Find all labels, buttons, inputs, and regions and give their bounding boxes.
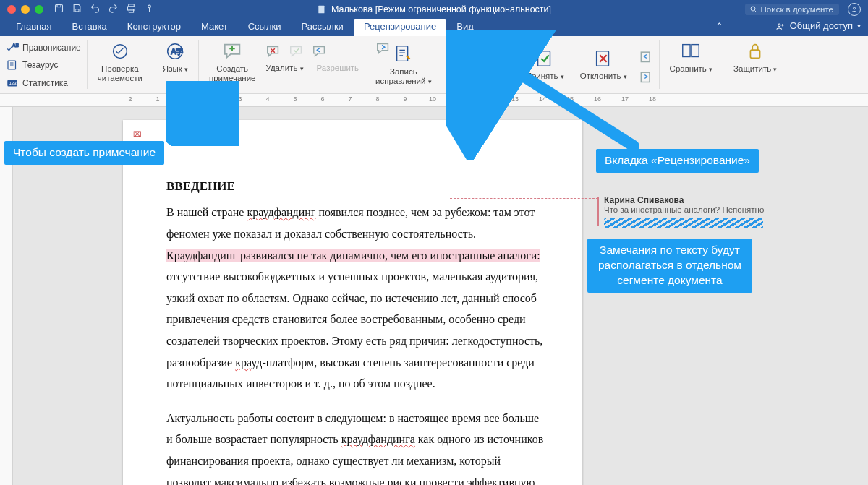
- thesaurus-button[interactable]: Тезаурус: [6, 58, 58, 72]
- svg-text:123: 123: [9, 81, 17, 85]
- save-icon[interactable]: [54, 3, 64, 16]
- share-label: Общий доступ: [790, 20, 853, 31]
- statistics-button[interactable]: 123 Статистика: [6, 76, 68, 90]
- svg-rect-5: [129, 9, 133, 12]
- comment-card[interactable]: Карина Спивакова Что за иностранные анал…: [597, 195, 854, 228]
- window-controls: [0, 5, 43, 14]
- tab-view[interactable]: Вид: [446, 19, 484, 36]
- reject-button[interactable]: Отклонить ▾: [576, 46, 631, 82]
- tab-mailings[interactable]: Рассылки: [292, 19, 354, 36]
- protect-group: Защитить ▾: [723, 36, 787, 93]
- svg-point-9: [854, 7, 856, 9]
- user-account-icon[interactable]: [848, 3, 861, 16]
- svg-rect-19: [469, 51, 485, 65]
- comments-group: Создатьпримечание Удалить ▾ Разрешить: [199, 36, 365, 93]
- ruler-tick: 8: [375, 95, 379, 103]
- svg-text:A字: A字: [171, 48, 184, 56]
- tab-review[interactable]: Рецензирование: [354, 19, 446, 36]
- annotation-review-tab: Вкладка «Рецензирование»: [596, 149, 759, 173]
- ruler-tick: 6: [320, 95, 324, 103]
- delete-comment-button[interactable]: [265, 43, 281, 59]
- new-comment-button[interactable]: Создатьпримечание: [205, 39, 260, 85]
- ruler-tick: 3: [238, 95, 242, 103]
- resolve-label: Разрешить: [317, 64, 359, 72]
- accept-button[interactable]: Принять ▾: [522, 46, 569, 82]
- ruler-tick: 12: [484, 95, 491, 103]
- comment-text: Что за иностранные аналоги? Непонятно: [604, 205, 854, 214]
- horizontal-ruler[interactable]: 21123456789101112131415161718: [0, 94, 868, 107]
- next-change-button[interactable]: [639, 69, 653, 85]
- title-text: Малькова [Режим ограниченной функциональ…: [331, 4, 551, 14]
- undo-icon[interactable]: [90, 3, 101, 16]
- tab-references[interactable]: Ссылки: [238, 19, 292, 36]
- comment-connector: [450, 198, 598, 199]
- svg-point-10: [778, 24, 780, 27]
- highlighted-text: Краудфандинг развивался не так динамично…: [166, 249, 540, 262]
- redo-icon[interactable]: [108, 3, 119, 16]
- document-title: Малькова [Режим ограниченной функциональ…: [317, 4, 551, 14]
- page: ⌧ ВВЕДЕНИЕ В нашей стране краудфандинг п…: [123, 120, 582, 485]
- ruler-tick: 2: [128, 95, 132, 103]
- prev-change-button[interactable]: [639, 49, 653, 65]
- ruler-tick: 5: [293, 95, 297, 103]
- ruler-tick: 18: [649, 95, 656, 103]
- svg-rect-20: [538, 51, 550, 66]
- protect-button[interactable]: Защитить ▾: [729, 39, 781, 75]
- next-comment-button[interactable]: [375, 40, 469, 58]
- ruler-tick: 1: [183, 95, 187, 103]
- svg-rect-7: [318, 6, 324, 14]
- tab-design[interactable]: Конструктор: [117, 19, 191, 36]
- heading: ВВЕДЕНИЕ: [166, 175, 546, 197]
- proofing-group: ABC Правописание Тезаурус 123 Статистика: [0, 36, 87, 93]
- svg-rect-0: [56, 5, 63, 12]
- ruler-tick: 14: [539, 95, 546, 103]
- ruler-tick: 1: [156, 95, 159, 103]
- resolve-comment-button: [289, 43, 305, 59]
- comment-author: Карина Спивакова: [604, 195, 854, 205]
- tab-insert[interactable]: Вставка: [61, 19, 116, 36]
- ribbon: ABC Правописание Тезаурус 123 Статистика…: [0, 36, 868, 94]
- language-group: A字 Язык ▾: [153, 36, 198, 93]
- comment-redaction-icon: [604, 218, 763, 228]
- spelling-button[interactable]: ABC Правописание: [6, 40, 81, 55]
- comment-indicator-bar: [597, 197, 599, 226]
- svg-point-8: [751, 7, 755, 11]
- ruler-tick: 9: [403, 95, 407, 103]
- ruler-tick: 16: [594, 95, 601, 103]
- changes-group: Принять ▾ Отклонить ▾: [516, 36, 659, 93]
- compare-button[interactable]: Сравнить ▾: [665, 39, 717, 75]
- svg-point-6: [148, 5, 151, 8]
- save-alt-icon[interactable]: [72, 3, 82, 16]
- title-bar: Малькова [Режим ограниченной функциональ…: [0, 0, 868, 19]
- tab-home[interactable]: Главная: [6, 19, 61, 36]
- ruler-tick: 11: [456, 95, 464, 103]
- page-marker-icon: ⌧: [133, 130, 142, 138]
- search-box[interactable]: Поиск в документе: [745, 4, 839, 15]
- search-icon: [749, 5, 758, 14]
- readability-button[interactable]: Проверкачитаемости: [93, 39, 147, 85]
- collapse-ribbon-icon[interactable]: ⌃: [715, 21, 723, 32]
- annotation-create-note: Чтобы создать примечание: [4, 141, 164, 165]
- share-button[interactable]: Общий доступ ▾: [775, 19, 861, 31]
- svg-rect-23: [641, 72, 650, 82]
- fullscreen-window-icon[interactable]: [35, 5, 43, 14]
- document-body[interactable]: ВВЕДЕНИЕ В нашей стране краудфандинг поя…: [166, 175, 546, 485]
- ruler-tick: 10: [429, 95, 436, 103]
- svg-rect-24: [683, 45, 690, 57]
- touch-mode-icon[interactable]: [144, 3, 155, 16]
- tab-layout[interactable]: Макет: [191, 19, 238, 36]
- ribbon-tabs: Главная Вставка Конструктор Макет Ссылки…: [0, 19, 868, 36]
- language-button[interactable]: A字 Язык ▾: [158, 39, 192, 75]
- ruler-tick: 15: [566, 95, 574, 103]
- svg-text:ABC: ABC: [12, 43, 19, 48]
- search-placeholder: Поиск в документе: [761, 5, 833, 14]
- word-doc-icon: [317, 4, 327, 14]
- prev-comment-button[interactable]: [312, 43, 328, 59]
- minimize-window-icon[interactable]: [21, 5, 30, 14]
- print-icon[interactable]: [126, 3, 137, 16]
- ruler-tick: 7: [348, 95, 352, 103]
- close-window-icon[interactable]: [7, 5, 16, 14]
- paragraph-2: Актуальность работы состоит в следующем:…: [166, 408, 546, 485]
- readability-group: Проверкачитаемости: [88, 36, 153, 93]
- ruler-tick: 17: [621, 95, 629, 103]
